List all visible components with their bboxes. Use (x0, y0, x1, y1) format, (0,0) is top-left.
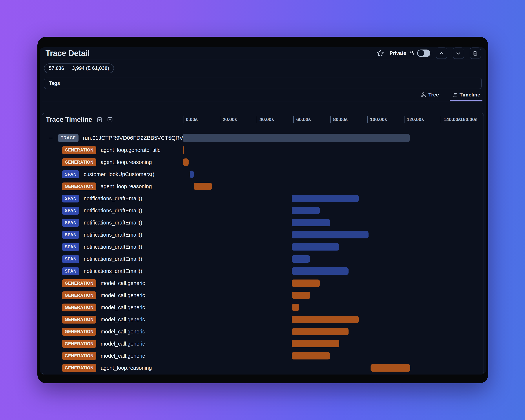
axis-tick: 100.00s (367, 116, 387, 123)
timeline-row[interactable]: − TRACE run:01JCTPR9VD06FD2ZBB5VCT5QRV (42, 132, 484, 144)
trace-timeline-title: Trace Timeline (46, 116, 92, 123)
chevron-up-icon (438, 50, 445, 56)
row-label: notifications_draftEmail() (84, 232, 142, 238)
row-label: agent_loop.reasoning (101, 183, 152, 189)
row-type-badge: SPAN (62, 267, 79, 275)
row-bar[interactable] (190, 171, 194, 178)
row-type-badge: GENERATION (62, 183, 96, 190)
row-bar[interactable] (183, 134, 410, 142)
row-label: model_call.generic (101, 353, 145, 359)
timeline-row[interactable]: SPAN notifications_draftEmail() (42, 217, 484, 229)
row-type-badge: GENERATION (62, 158, 96, 166)
tab-timeline-label: Timeline (459, 92, 480, 98)
row-label: notifications_draftEmail() (84, 244, 142, 250)
axis-tick: 160.00s (460, 116, 478, 122)
tab-timeline[interactable]: Timeline (450, 92, 482, 102)
timeline-row[interactable]: SPAN notifications_draftEmail() (42, 253, 484, 265)
axis-tick: 0.00s (183, 116, 198, 123)
row-type-badge: SPAN (62, 195, 79, 203)
collapse-up-button[interactable] (436, 47, 447, 59)
timeline-row[interactable]: SPAN customer_lookUpCustomers() (42, 168, 484, 180)
row-bar[interactable] (183, 146, 184, 154)
expand-all-button[interactable] (96, 117, 103, 123)
row-type-badge: SPAN (62, 231, 79, 239)
row-bar[interactable] (292, 219, 330, 226)
timeline-row[interactable]: GENERATION agent_loop.generate_title (42, 144, 484, 156)
row-bar[interactable] (292, 243, 339, 251)
trace-detail-content: Trace Detail Private (40, 47, 486, 374)
star-icon (376, 49, 384, 57)
tags-input[interactable]: Tags (44, 78, 482, 89)
minus-square-icon (107, 117, 113, 123)
row-bar[interactable] (292, 304, 299, 311)
row-type-badge: SPAN (62, 219, 79, 227)
timeline-row[interactable]: SPAN notifications_draftEmail() (42, 241, 484, 253)
timeline-row[interactable]: GENERATION model_call.generic (42, 277, 484, 289)
row-type-badge: SPAN (62, 243, 79, 251)
row-bar[interactable] (292, 231, 368, 238)
timeline-row[interactable]: GENERATION model_call.generic (42, 338, 484, 350)
timeline-row[interactable]: GENERATION agent_loop.reasoning (42, 362, 484, 374)
privacy-control: Private (390, 49, 430, 57)
privacy-toggle[interactable] (417, 49, 430, 57)
timeline-row[interactable]: SPAN notifications_draftEmail() (42, 192, 484, 205)
header-actions: Private (376, 47, 481, 59)
view-tabs: Tree Timeline (42, 89, 484, 102)
row-bar[interactable] (292, 255, 310, 263)
axis: 0.00s20.00s40.00s60.00s80.00s100.00s120.… (183, 116, 478, 124)
row-label: model_call.generic (101, 280, 145, 286)
row-type-badge: GENERATION (62, 364, 96, 372)
timeline-row[interactable]: GENERATION model_call.generic (42, 326, 484, 338)
timeline-row[interactable]: GENERATION model_call.generic (42, 301, 484, 313)
row-bar[interactable] (292, 267, 348, 275)
row-type-badge: GENERATION (62, 328, 96, 336)
plus-square-icon (96, 117, 103, 123)
timeline-row[interactable]: SPAN notifications_draftEmail() (42, 229, 484, 241)
row-label: model_call.generic (101, 292, 145, 299)
axis-tick: 60.00s (293, 116, 311, 123)
lock-icon (409, 50, 415, 56)
trace-timeline-card: Trace Timeline 0.00s20.00s40.00s60.00s80… (42, 113, 484, 374)
timeline-row[interactable]: GENERATION model_call.generic (42, 350, 484, 362)
row-bar[interactable] (371, 364, 410, 372)
page-title: Trace Detail (46, 49, 90, 58)
row-bar[interactable] (292, 328, 348, 335)
row-label: model_call.generic (101, 329, 145, 335)
token-usage-badge: 57,036 → 3,994 (Σ 61,030) (44, 64, 114, 73)
tags-label: Tags (49, 81, 60, 86)
row-bar[interactable] (292, 340, 339, 347)
privacy-label: Private (390, 50, 406, 56)
delete-button[interactable] (469, 47, 481, 59)
row-bar[interactable] (292, 292, 310, 299)
collapse-all-button[interactable] (107, 117, 113, 123)
row-bar[interactable] (183, 159, 188, 166)
axis-tick: 40.00s (257, 116, 274, 123)
row-bar[interactable] (194, 183, 212, 190)
timeline-row[interactable]: GENERATION model_call.generic (42, 289, 484, 301)
bookmark-star-button[interactable] (376, 49, 384, 57)
row-type-badge: TRACE (58, 134, 78, 142)
axis-tick: 120.00s (404, 116, 424, 123)
row-bar[interactable] (292, 352, 330, 359)
row-bar[interactable] (292, 280, 320, 287)
axis-tick: 140.00s (441, 116, 461, 123)
row-type-badge: SPAN (62, 207, 79, 215)
tab-tree-label: Tree (428, 92, 439, 98)
timeline-row[interactable]: GENERATION agent_loop.reasoning (42, 180, 484, 192)
timeline-row[interactable]: SPAN notifications_draftEmail() (42, 265, 484, 277)
row-bar[interactable] (292, 316, 358, 323)
timeline-rows: − TRACE run:01JCTPR9VD06FD2ZBB5VCT5QRV G… (42, 132, 484, 374)
row-label: agent_loop.reasoning (101, 159, 152, 165)
row-bar[interactable] (292, 207, 320, 214)
collapse-down-button[interactable] (453, 47, 464, 59)
collapse-toggle[interactable]: − (49, 134, 53, 141)
row-type-badge: SPAN (62, 255, 79, 263)
header: Trace Detail Private (40, 47, 486, 59)
axis-tick: 20.00s (220, 116, 237, 123)
row-bar[interactable] (292, 195, 358, 202)
timeline-row[interactable]: GENERATION model_call.generic (42, 313, 484, 326)
timeline-icon (452, 92, 457, 98)
timeline-row[interactable]: GENERATION agent_loop.reasoning (42, 156, 484, 168)
tab-tree[interactable]: Tree (418, 92, 441, 102)
timeline-row[interactable]: SPAN notifications_draftEmail() (42, 205, 484, 217)
